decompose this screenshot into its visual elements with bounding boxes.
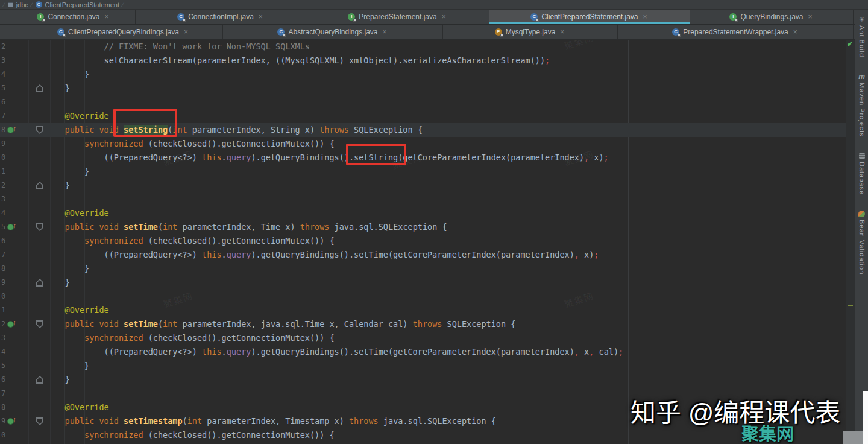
code-text[interactable]: public void setTime(int parameterIndex, … bbox=[45, 317, 515, 331]
tab-connection-java[interactable]: IConnection.java× bbox=[12, 10, 136, 24]
code-text[interactable]: synchronized (checkClosed().getConnectio… bbox=[45, 428, 335, 442]
tab-querybindings-java[interactable]: IQueryBindings.java× bbox=[690, 10, 854, 24]
override-method-gutter-icon[interactable]: ↑ bbox=[7, 223, 18, 231]
code-line[interactable]: 1 } bbox=[0, 165, 846, 179]
close-icon[interactable]: × bbox=[183, 28, 189, 36]
code-line[interactable]: 6 } bbox=[0, 373, 846, 387]
tool-button-bean-validation[interactable]: Bean Validation bbox=[858, 211, 866, 274]
tool-button-maven-projects[interactable]: mMaven Projects bbox=[858, 73, 866, 137]
code-text[interactable]: ((PreparedQuery<?>) this.query).getQuery… bbox=[45, 248, 599, 262]
code-text[interactable]: public void setTimestamp(int parameterIn… bbox=[45, 414, 496, 428]
override-method-gutter-icon[interactable]: ↑ bbox=[7, 320, 18, 328]
close-icon[interactable]: × bbox=[792, 28, 799, 36]
code-text[interactable]: ((PreparedQuery<?>) this.query).getQuery… bbox=[45, 345, 623, 359]
tool-button-database[interactable]: Database bbox=[858, 153, 866, 195]
code-line[interactable]: 4 ((PreparedQuery<?>) this.query).getQue… bbox=[0, 345, 846, 359]
fold-end-icon[interactable] bbox=[36, 376, 43, 384]
code-text[interactable]: public void setTime(int parameterIndex, … bbox=[45, 220, 447, 234]
code-line[interactable]: 9 } bbox=[0, 276, 846, 290]
close-icon[interactable]: × bbox=[642, 13, 649, 21]
interface-file-icon: I bbox=[729, 13, 737, 21]
tool-button-ant-build[interactable]: ✳Ant Build bbox=[858, 16, 866, 57]
code-text[interactable]: // FIXME: Won't work for Non-MYSQL SQLXM… bbox=[45, 40, 310, 54]
code-line[interactable]: 2 // FIXME: Won't work for Non-MYSQL SQL… bbox=[0, 40, 846, 54]
line-number: 9 bbox=[1, 278, 5, 287]
override-method-gutter-icon[interactable]: ↑ bbox=[7, 126, 18, 134]
fold-end-icon[interactable] bbox=[36, 279, 43, 287]
code-line[interactable]: 2↑ public void setTime(int parameterInde… bbox=[0, 317, 846, 331]
tab-preparedstatement-java[interactable]: IPreparedStatement.java× bbox=[306, 10, 489, 24]
readonly-lock-icon bbox=[42, 19, 45, 22]
code-text[interactable]: } bbox=[45, 179, 70, 192]
fold-end-icon[interactable] bbox=[36, 84, 43, 92]
code-text[interactable]: } bbox=[45, 359, 89, 373]
code-line[interactable]: 5 } bbox=[0, 81, 846, 95]
code-line[interactable]: 6 synchronized (checkClosed().getConnect… bbox=[0, 234, 846, 248]
maven-icon: m bbox=[858, 73, 866, 80]
tab-mysqltype-java[interactable]: EMysqlType.java× bbox=[443, 25, 618, 39]
close-icon[interactable]: × bbox=[257, 13, 264, 21]
code-line[interactable]: 0 bbox=[0, 290, 846, 303]
tab-abstractquerybindings-java[interactable]: CAbstractQueryBindings.java× bbox=[223, 25, 443, 39]
code-text[interactable]: } bbox=[45, 262, 89, 276]
fold-end-icon[interactable] bbox=[36, 182, 43, 189]
code-line[interactable]: 3 bbox=[0, 192, 846, 206]
code-text[interactable]: @Override bbox=[45, 401, 109, 414]
code-line[interactable]: 5 } bbox=[0, 359, 846, 373]
code-text[interactable]: } bbox=[45, 68, 89, 81]
scrollbar-error-stripe[interactable]: ✔ bbox=[846, 40, 855, 444]
breadcrumb-item-jdbc[interactable]: jdbc bbox=[16, 1, 28, 8]
close-icon[interactable]: × bbox=[559, 28, 565, 36]
tab-clientpreparedquerybindings-java[interactable]: CClientPreparedQueryBindings.java× bbox=[24, 25, 223, 39]
tab-connectionimpl-java[interactable]: CConnectionImpl.java× bbox=[136, 10, 306, 24]
code-text[interactable]: @Override bbox=[45, 206, 109, 220]
override-arrow: ↑ bbox=[13, 124, 16, 133]
inspections-ok-check-icon[interactable]: ✔ bbox=[847, 40, 853, 48]
code-line[interactable]: 4 } bbox=[0, 68, 846, 81]
close-icon[interactable]: × bbox=[807, 13, 814, 21]
line-number: 2 bbox=[1, 42, 5, 51]
code-text[interactable]: } bbox=[45, 81, 70, 95]
readonly-lock-icon bbox=[63, 34, 66, 37]
error-stripe-mark[interactable] bbox=[848, 305, 853, 306]
code-text[interactable]: @Override bbox=[45, 109, 109, 123]
code-text[interactable]: public void setString(int parameterIndex… bbox=[45, 123, 423, 137]
code-line[interactable]: 6 bbox=[0, 95, 846, 109]
code-line[interactable]: 4 @Override bbox=[0, 206, 846, 220]
package-icon bbox=[8, 2, 13, 7]
code-line[interactable]: 5↑ public void setTime(int parameterInde… bbox=[0, 220, 846, 234]
code-line[interactable]: 2 } bbox=[0, 179, 846, 192]
code-line[interactable]: 0 synchronized (checkClosed().getConnect… bbox=[0, 428, 846, 442]
code-text[interactable]: @Override bbox=[45, 303, 109, 317]
code-line[interactable]: 3 setCharacterStream(parameterIndex, ((M… bbox=[0, 54, 846, 68]
code-editor[interactable]: 2 // FIXME: Won't work for Non-MYSQL SQL… bbox=[0, 40, 846, 444]
code-text[interactable]: } bbox=[45, 373, 70, 387]
code-line[interactable]: 3 synchronized (checkClosed().getConnect… bbox=[0, 331, 846, 345]
fold-start-icon[interactable] bbox=[36, 126, 43, 134]
code-text[interactable]: ((PreparedQuery<?>) this.query).getQuery… bbox=[45, 151, 609, 165]
tab-clientpreparedstatement-java[interactable]: CClientPreparedStatement.java× bbox=[489, 10, 690, 24]
fold-start-icon[interactable] bbox=[36, 320, 43, 328]
code-text[interactable]: synchronized (checkClosed().getConnectio… bbox=[45, 331, 335, 345]
code-line[interactable]: 8 } bbox=[0, 262, 846, 276]
scrollbar-thumb[interactable] bbox=[843, 431, 863, 444]
code-text[interactable]: synchronized (checkClosed().getConnectio… bbox=[45, 234, 335, 248]
code-text[interactable]: } bbox=[45, 165, 89, 179]
line-number: 0 bbox=[1, 292, 5, 300]
close-icon[interactable]: × bbox=[104, 13, 110, 21]
breadcrumb-item-clientpreparedstatement[interactable]: ClientPreparedStatement bbox=[45, 1, 120, 8]
close-icon[interactable]: × bbox=[441, 13, 447, 21]
annotation-highlight-box-setstring-declaration bbox=[113, 109, 177, 137]
code-line[interactable]: 7 ((PreparedQuery<?>) this.query).getQue… bbox=[0, 248, 846, 262]
code-text[interactable]: setCharacterStream(parameterIndex, ((Mys… bbox=[45, 54, 550, 68]
fold-start-icon[interactable] bbox=[36, 223, 43, 231]
override-method-gutter-icon[interactable]: ↑ bbox=[7, 417, 18, 425]
line-number: 7 bbox=[1, 112, 5, 120]
close-icon[interactable]: × bbox=[382, 28, 388, 36]
code-line[interactable]: 1 @Override bbox=[0, 303, 846, 317]
tab-preparedstatementwrapper-java[interactable]: CPreparedStatementWrapper.java× bbox=[618, 25, 854, 39]
code-line[interactable]: 9 synchronized (checkClosed().getConnect… bbox=[0, 137, 846, 151]
code-text[interactable]: } bbox=[45, 276, 70, 290]
code-line[interactable]: 0 ((PreparedQuery<?>) this.query).getQue… bbox=[0, 151, 846, 165]
fold-start-icon[interactable] bbox=[36, 417, 43, 425]
